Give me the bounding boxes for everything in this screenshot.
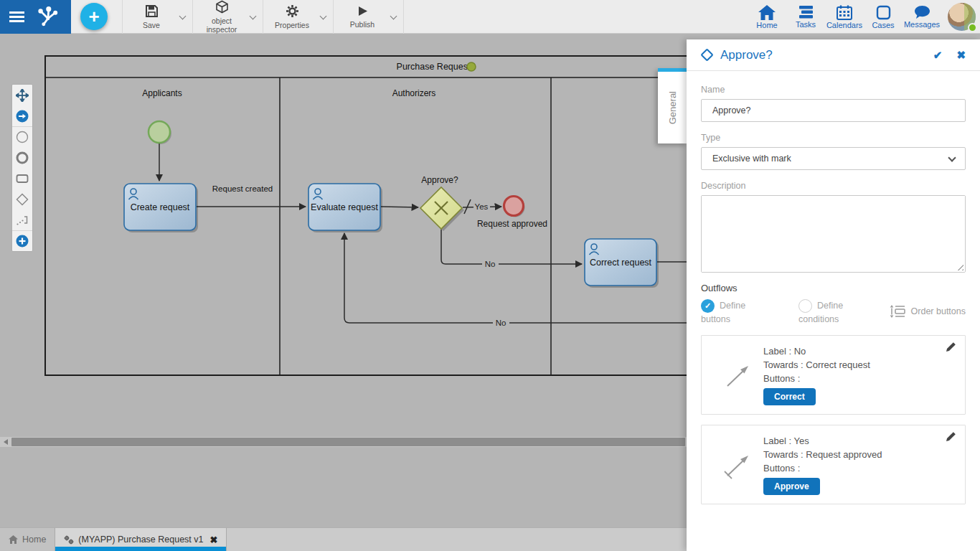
start-event[interactable] [149,121,171,144]
nav-calendars[interactable]: Calendars [825,5,864,29]
palette-tool-end-event[interactable] [12,147,32,168]
palette-tool-start-event[interactable] [12,126,32,147]
order-buttons-button[interactable]: Order buttons [890,299,966,318]
task-correct-request[interactable]: Correct request [585,239,659,288]
palette-tool-annotation-link[interactable] [12,209,32,230]
toolbar-actions: Save object inspector Proper [122,0,404,34]
scroll-left-button[interactable] [0,437,11,447]
properties-button[interactable]: Properties [263,0,333,34]
save-button[interactable]: Save [122,0,192,34]
app-logo-icon[interactable] [34,5,59,29]
horizontal-scrollbar[interactable] [0,437,687,447]
pool-title: Purchase Request [397,62,471,72]
order-buttons-icon [890,305,905,318]
cube-icon [215,0,229,17]
description-field[interactable] [702,196,965,272]
object-inspector-label: object inspector [200,17,243,34]
edit-pencil-icon[interactable] [945,431,956,446]
default-flow-arrow-icon [712,434,763,495]
tab-close-icon[interactable]: ✖ [210,534,218,545]
nav-messages[interactable]: Messages [903,5,941,29]
description-label: Description [701,181,966,191]
brand-block [0,0,71,34]
tab-home-label: Home [22,534,46,545]
tasks-icon [798,5,814,19]
nav-home[interactable]: Home [748,5,786,29]
correct-button[interactable]: Correct [763,388,816,405]
object-inspector-button[interactable]: object inspector [192,0,263,34]
name-field[interactable] [701,99,966,122]
nav-cases[interactable]: Cases [864,5,903,29]
type-select[interactable]: Exclusive with mark [701,147,966,170]
panel-body: Name Type Exclusive with mark Descriptio… [687,71,980,504]
outflow-card-yes[interactable]: Label : Yes Towards : Request approved B… [701,425,966,504]
tab-purchase-request[interactable]: (MYAPP) Purchase Request v1 ✖ [55,528,227,551]
radio-checked-icon: ✓ [701,299,715,313]
add-button[interactable]: + [80,3,108,30]
nav-calendars-label: Calendars [826,21,862,29]
scrollbar-thumb[interactable] [11,438,685,446]
task-evaluate-request[interactable]: Evaluate request [308,184,382,232]
properties-panel: Approve? ✔ ✖ Name Type Exclusive with ma… [687,39,980,551]
home-icon [9,535,18,544]
tab-active-label: (MYAPP) Purchase Request v1 [78,534,203,545]
diagram-canvas[interactable]: Purchase Request Applicants Authorizers … [0,34,687,551]
edit-pencil-icon[interactable] [945,342,956,356]
case-icon [876,5,891,20]
chevron-down-icon[interactable] [320,12,327,19]
user-avatar[interactable] [948,3,976,31]
publish-label: Publish [350,21,374,29]
outflow-details: Label : No Towards : Correct request But… [763,344,870,405]
document-tabbar: Home (MYAPP) Purchase Request v1 ✖ [0,527,687,551]
top-toolbar: + Save object inspector [0,0,980,34]
nav-messages-label: Messages [904,20,940,29]
lane-label-applicants: Applicants [142,88,182,98]
close-icon[interactable]: ✖ [956,49,966,62]
palette-tool-gateway[interactable] [12,189,32,209]
palette-tool-task[interactable] [12,168,32,189]
nav-home-label: Home [756,21,777,29]
radio-define-buttons[interactable]: ✓Define buttons [701,299,764,326]
radio-define-conditions[interactable]: Define conditions [798,299,862,326]
panel-header: Approve? ✔ ✖ [687,39,980,71]
nav-tasks[interactable]: Tasks [786,5,825,29]
chevron-down-icon[interactable] [250,12,257,19]
approve-button[interactable]: Approve [763,478,820,495]
publish-button[interactable]: Publish [333,0,404,34]
properties-label: Properties [275,22,309,30]
palette-tool-add[interactable] [12,230,32,251]
outflow-mode-row: ✓Define buttons Define conditions Order … [701,299,966,326]
task-label: Evaluate request [311,202,378,212]
flow-label-yes: Yes [475,202,489,211]
chevron-down-icon[interactable] [179,12,187,19]
panel-title: Approve? [720,48,919,62]
confirm-icon[interactable]: ✔ [933,49,943,62]
calendar-icon [837,5,852,20]
task-create-request[interactable]: Create request [124,184,198,232]
save-icon [145,4,159,21]
tab-home[interactable]: Home [0,528,55,551]
tab-general[interactable]: General [658,68,687,143]
type-label: Type [701,133,966,143]
menu-icon[interactable] [9,11,24,22]
type-select-value: Exclusive with mark [712,154,791,164]
chevron-down-icon [948,154,956,161]
outflow-card-no[interactable]: Label : No Towards : Correct request But… [701,335,966,415]
palette-tool-move[interactable] [12,85,32,105]
name-label: Name [701,85,966,95]
flow-label-no-1: No [485,260,496,268]
flow-label-no-2: No [496,319,507,327]
outflows-label: Outflows [701,283,966,293]
task-label: Create request [131,202,190,212]
palette-tool-connector[interactable] [12,105,32,126]
outflow-details: Label : Yes Towards : Request approved B… [763,434,882,495]
chevron-down-icon[interactable] [390,12,397,19]
flow-label-request-created: Request created [212,184,273,193]
left-arrow-icon [4,439,8,445]
global-nav: Home Tasks Calendars Cases Messages [748,0,941,34]
nav-cases-label: Cases [872,21,894,29]
shape-palette [11,84,33,252]
tab-general-label: General [667,91,678,124]
save-label: Save [143,22,160,30]
gateway-diamond-icon [700,48,713,61]
